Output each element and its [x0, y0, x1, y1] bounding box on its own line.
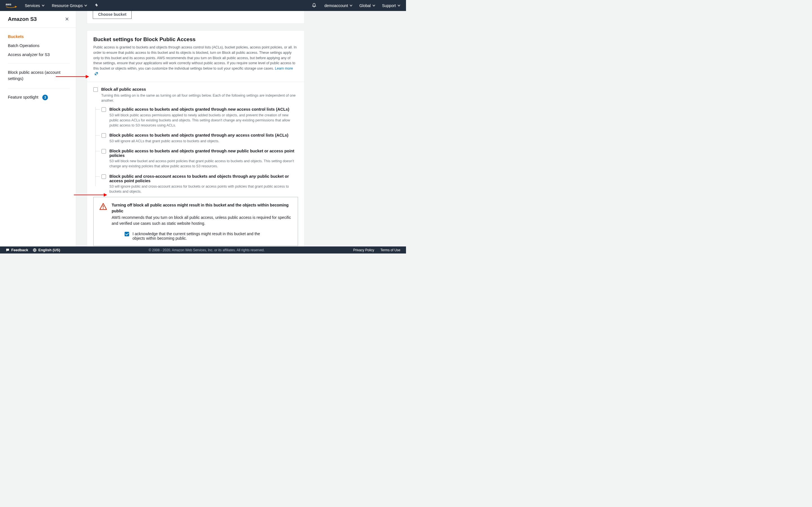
service-title: Amazon S3: [8, 16, 37, 22]
globe-icon: [33, 248, 37, 252]
warning-icon: [99, 203, 107, 240]
language-selector[interactable]: English (US): [33, 248, 60, 252]
region-menu[interactable]: Global: [359, 3, 375, 8]
feature-spotlight-label: Feature spotlight: [8, 95, 38, 100]
block-any-policies-checkbox[interactable]: [101, 174, 106, 179]
language-label: English (US): [38, 248, 60, 252]
services-label: Services: [25, 3, 40, 8]
close-icon[interactable]: ✕: [65, 16, 69, 22]
acknowledge-label: I acknowledge that the current settings …: [133, 231, 262, 240]
svg-rect-1: [103, 205, 104, 208]
public-access-warning: Turning off block all public access migh…: [93, 197, 298, 246]
support-menu[interactable]: Support: [382, 3, 400, 8]
choose-bucket-button[interactable]: Choose bucket: [93, 11, 132, 19]
notifications-icon[interactable]: [312, 3, 316, 8]
block-new-policies-checkbox[interactable]: [101, 149, 106, 154]
sidebar-item-block-public-access[interactable]: Block public access (account settings): [8, 67, 68, 84]
account-label: demoaccount: [324, 3, 348, 8]
account-menu[interactable]: demoaccount: [324, 3, 352, 8]
divider: [8, 63, 70, 63]
svg-rect-2: [103, 208, 104, 209]
svg-text:aws: aws: [6, 2, 11, 6]
block-all-checkbox[interactable]: [93, 87, 98, 92]
block-any-policies-label: Block public and cross-account access to…: [109, 174, 298, 183]
spotlight-badge: 3: [42, 95, 48, 100]
terms-of-use-link[interactable]: Terms of Use: [380, 248, 400, 252]
resource-groups-label: Resource Groups: [52, 3, 83, 8]
caret-down-icon: [42, 4, 45, 7]
block-new-policies-desc: S3 will block new bucket and access poin…: [109, 159, 298, 169]
region-label: Global: [359, 3, 370, 8]
caret-down-icon: [398, 4, 400, 7]
resource-groups-menu[interactable]: Resource Groups: [52, 3, 87, 8]
block-new-policies-label: Block public access to buckets and objec…: [109, 149, 298, 158]
copyright: © 2008 - 2020, Amazon Web Services, Inc.…: [60, 248, 353, 252]
bpa-description: Public access is granted to buckets and …: [93, 45, 297, 70]
feedback-link[interactable]: Feedback: [6, 248, 28, 252]
warning-title: Turning off block all public access migh…: [112, 202, 292, 214]
learn-more-label: Learn more: [275, 66, 293, 70]
caret-down-icon: [84, 4, 87, 7]
sidebar-item-buckets[interactable]: Buckets: [8, 32, 68, 41]
aws-logo[interactable]: aws: [6, 2, 17, 9]
services-menu[interactable]: Services: [25, 3, 45, 8]
sidebar-item-access-analyzer[interactable]: Access analyzer for S3: [8, 50, 68, 59]
caret-down-icon: [372, 4, 375, 7]
bpa-heading: Bucket settings for Block Public Access: [93, 36, 298, 43]
block-any-acls-desc: S3 will ignore all ACLs that grant publi…: [109, 138, 298, 144]
acknowledge-checkbox[interactable]: [124, 232, 129, 236]
block-new-acls-label: Block public access to buckets and objec…: [109, 107, 289, 112]
block-new-acls-checkbox[interactable]: [101, 107, 106, 112]
block-new-acls-desc: S3 will block public access permissions …: [109, 113, 298, 128]
privacy-policy-link[interactable]: Privacy Policy: [353, 248, 374, 252]
block-all-desc: Turning this setting on is the same as t…: [101, 93, 298, 103]
warning-body: AWS recommends that you turn on block al…: [112, 215, 292, 226]
support-label: Support: [382, 3, 396, 8]
pin-icon[interactable]: [94, 3, 98, 8]
caret-down-icon: [350, 4, 352, 7]
sidebar-item-feature-spotlight[interactable]: Feature spotlight 3: [8, 93, 68, 103]
speech-bubble-icon: [6, 248, 10, 252]
divider: [8, 88, 70, 89]
block-any-acls-label: Block public access to buckets and objec…: [109, 133, 289, 137]
sidebar-item-batch-operations[interactable]: Batch Operations: [8, 41, 68, 50]
block-all-label: Block all public access: [101, 87, 146, 92]
block-any-policies-desc: S3 will ignore public and cross-account …: [109, 184, 298, 194]
external-link-icon: [94, 72, 98, 77]
block-any-acls-checkbox[interactable]: [101, 133, 106, 138]
feedback-label: Feedback: [11, 248, 28, 252]
